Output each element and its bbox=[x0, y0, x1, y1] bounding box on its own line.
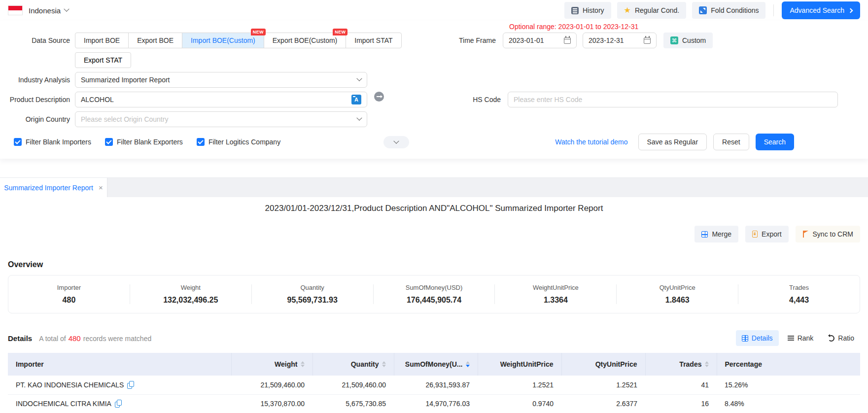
table-row: INDOCHEMICAL CITRA KIMIA 15,370,870.00 5… bbox=[8, 394, 860, 413]
tab-export-boe[interactable]: Export BOE bbox=[128, 33, 182, 48]
match-summary: A total of480records were matched bbox=[39, 334, 151, 343]
sync-to-crm-button[interactable]: Sync to CRM bbox=[796, 226, 860, 242]
merge-button[interactable]: Merge bbox=[694, 226, 738, 242]
search-button[interactable]: Search bbox=[756, 134, 794, 150]
col-importer: Importer bbox=[8, 353, 231, 376]
origin-country-select[interactable]: Please select Origin Country bbox=[75, 111, 367, 127]
product-description-input[interactable]: A bbox=[75, 92, 367, 107]
table-header-row: Importer Weight Quantity SumOfMoney(U...… bbox=[8, 353, 860, 376]
tab-export-stat[interactable]: Export STAT bbox=[75, 52, 131, 68]
details-header-row: Details A total of480records were matche… bbox=[8, 330, 860, 346]
hs-code-group: HS Code bbox=[434, 92, 838, 107]
sort-icon[interactable] bbox=[382, 361, 386, 367]
col-trades: Trades bbox=[645, 353, 717, 376]
advanced-search-button[interactable]: Advanced Search bbox=[782, 1, 860, 19]
copy-icon[interactable] bbox=[115, 400, 122, 408]
start-date-input[interactable]: 2023-01-01 bbox=[503, 33, 577, 48]
expand-conditions-button[interactable] bbox=[383, 136, 409, 148]
calendar-icon bbox=[644, 37, 651, 44]
filter-logistics-company-checkbox[interactable]: Filter Logitics Company bbox=[197, 138, 280, 146]
translate-icon[interactable]: A bbox=[351, 95, 361, 104]
save-as-regular-button[interactable]: Save as Regular bbox=[638, 134, 707, 150]
search-form: Optional range: 2023-01-01 to 2023-12-31… bbox=[0, 21, 868, 159]
view-ratio-button[interactable]: Ratio bbox=[822, 330, 860, 346]
sort-icon[interactable] bbox=[705, 361, 709, 367]
history-button[interactable]: History bbox=[564, 2, 611, 19]
view-switcher: Details Rank Ratio bbox=[736, 330, 860, 346]
details-table: Importer Weight Quantity SumOfMoney(U...… bbox=[8, 353, 860, 413]
view-rank-button[interactable]: Rank bbox=[782, 330, 820, 346]
filter-blank-exporters-checkbox[interactable]: Filter Blank Exporters bbox=[105, 138, 183, 146]
table-row: PT. KAO INDONESIA CHEMICALS 21,509,460.0… bbox=[8, 376, 860, 394]
tab-import-stat[interactable]: Import STAT bbox=[346, 33, 401, 48]
spacer bbox=[0, 159, 868, 177]
col-qty-unit-price: QtyUnitPrice bbox=[561, 353, 645, 376]
regular-cond-button[interactable]: ★ Regular Cond. bbox=[617, 2, 687, 19]
table-icon bbox=[742, 335, 748, 342]
exact-match-icon[interactable] bbox=[374, 92, 384, 102]
filters-row: Filter Blank Importers Filter Blank Expo… bbox=[0, 134, 868, 150]
tab-summarized-importer-report[interactable]: Summarized Importer Report × bbox=[0, 178, 107, 197]
chevron-down-icon[interactable] bbox=[64, 6, 69, 12]
tutorial-demo-link[interactable]: Watch the tutorial demo bbox=[555, 138, 627, 146]
report-title: 2023/01/01-2023/12/31,Product Descriptio… bbox=[0, 204, 868, 213]
overview-stats-card: Importer 480 Weight 132,032,496.25 Quant… bbox=[8, 275, 860, 313]
tab-import-boe-custom[interactable]: Import BOE(Custom) NEW bbox=[182, 33, 264, 48]
hs-code-input-wrap bbox=[508, 92, 838, 107]
sort-icon-active-desc[interactable] bbox=[466, 361, 470, 367]
sort-icon[interactable] bbox=[301, 361, 305, 367]
importer-name-link[interactable]: PT. KAO INDONESIA CHEMICALS bbox=[16, 381, 124, 389]
stat-weight: Weight 132,032,496.25 bbox=[130, 284, 251, 305]
hs-code-input[interactable] bbox=[514, 96, 832, 103]
merge-icon bbox=[701, 231, 708, 238]
checkbox-checked-icon bbox=[197, 138, 205, 146]
product-description-label: Product Description bbox=[0, 92, 75, 107]
copy-icon[interactable] bbox=[127, 381, 134, 389]
optional-range-hint: Optional range: 2023-01-01 to 2023-12-31 bbox=[509, 23, 638, 31]
stat-sum-of-money: SumOfMoney(USD) 176,445,905.74 bbox=[374, 284, 495, 305]
data-source-tabs: Import BOE Export BOE Import BOE(Custom)… bbox=[75, 33, 402, 48]
importer-name-link[interactable]: INDOCHEMICAL CITRA KIMIA bbox=[16, 400, 111, 408]
flag-icon bbox=[802, 231, 809, 238]
divider bbox=[773, 4, 774, 16]
calendar-icon bbox=[564, 37, 571, 44]
command-icon: ⌘ bbox=[670, 36, 678, 44]
stat-weight-unit-price: WeightUnitPrice 1.3364 bbox=[495, 284, 616, 305]
filter-blank-importers-checkbox[interactable]: Filter Blank Importers bbox=[14, 138, 91, 146]
result-tabbar: Summarized Importer Report × bbox=[0, 177, 868, 197]
country-selector[interactable]: Indonesia bbox=[29, 6, 61, 15]
export-file-icon bbox=[752, 231, 758, 238]
stat-importer: Importer 480 bbox=[8, 284, 130, 305]
col-percentage: Percentage bbox=[717, 353, 860, 376]
stat-trades: Trades 4,443 bbox=[738, 284, 860, 305]
custom-range-button[interactable]: ⌘ Custom bbox=[663, 33, 713, 48]
checkbox-checked-icon bbox=[14, 138, 22, 146]
chevron-right-icon bbox=[848, 8, 853, 13]
end-date-input[interactable]: 2023-12-31 bbox=[583, 33, 657, 48]
fold-conditions-button[interactable]: Fold Conditions bbox=[692, 2, 765, 19]
origin-country-label: Origin Country bbox=[0, 111, 75, 127]
indonesia-flag-icon bbox=[8, 5, 23, 15]
match-count: 480 bbox=[66, 334, 83, 343]
history-icon bbox=[571, 7, 579, 14]
tab-export-boe-custom[interactable]: Export BOE(Custom) NEW bbox=[264, 33, 346, 48]
pie-chart-icon bbox=[828, 335, 834, 342]
data-source-label: Data Source bbox=[0, 33, 75, 48]
col-weight: Weight bbox=[231, 353, 312, 376]
overview-heading: Overview bbox=[8, 260, 860, 269]
new-badge: NEW bbox=[333, 29, 347, 35]
report-toolbar: Merge Export Sync to CRM bbox=[8, 226, 860, 242]
product-description-value[interactable] bbox=[81, 96, 351, 103]
industry-analysis-select[interactable]: Summarized Importer Report bbox=[75, 72, 367, 88]
reset-button[interactable]: Reset bbox=[713, 134, 749, 150]
hs-code-label: HS Code bbox=[434, 92, 508, 107]
tab-import-boe[interactable]: Import BOE bbox=[75, 33, 129, 48]
collapse-icon bbox=[699, 6, 707, 14]
star-icon: ★ bbox=[624, 6, 631, 14]
close-icon[interactable]: × bbox=[99, 184, 103, 191]
stat-qty-unit-price: QtyUnitPrice 1.8463 bbox=[617, 284, 738, 305]
rank-icon bbox=[788, 335, 794, 341]
export-button[interactable]: Export bbox=[745, 226, 788, 242]
col-quantity: Quantity bbox=[312, 353, 394, 376]
view-details-button[interactable]: Details bbox=[736, 330, 779, 346]
